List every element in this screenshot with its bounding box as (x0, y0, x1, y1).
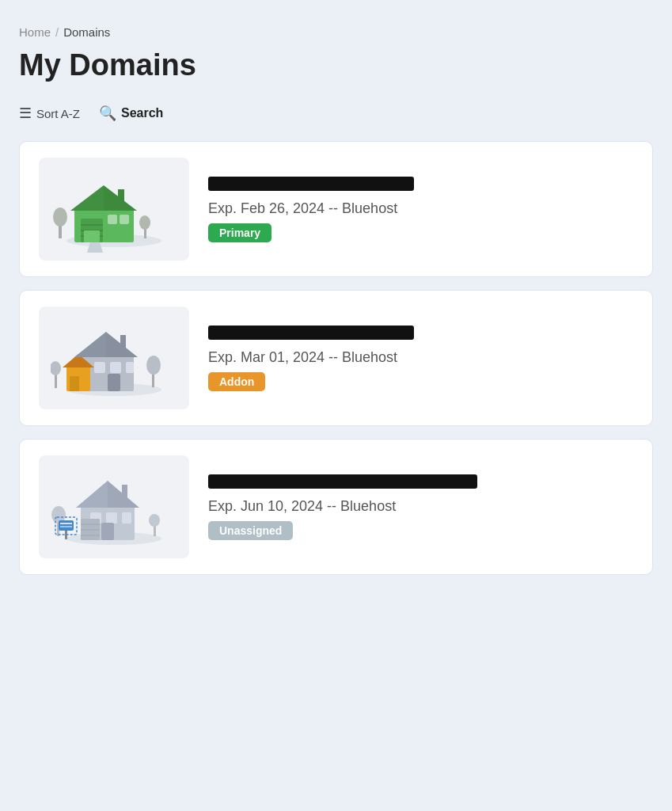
domain-expiry-3: Exp. Jun 10, 2024 -- Bluehost (208, 498, 633, 515)
domain-name-redacted-2 (208, 326, 414, 340)
svg-rect-22 (110, 362, 121, 373)
breadcrumb: Home / Domains (19, 25, 653, 39)
domain-info-3: Exp. Jun 10, 2024 -- Bluehost Unassigned (208, 474, 633, 540)
svg-point-31 (146, 356, 161, 375)
domain-info-2: Exp. Mar 01, 2024 -- Bluehost Addon (208, 326, 633, 391)
domain-name-redacted-3 (208, 474, 477, 489)
domain-thumbnail-1 (39, 158, 189, 261)
search-icon: 🔍 (99, 105, 116, 122)
badge-primary-1: Primary (208, 223, 271, 242)
domain-expiry-1: Exp. Feb 26, 2024 -- Bluehost (208, 200, 633, 217)
svg-rect-37 (122, 512, 131, 524)
svg-marker-9 (70, 185, 104, 211)
domain-list: Exp. Feb 26, 2024 -- Bluehost Primary (19, 141, 653, 575)
badge-addon-2: Addon (208, 372, 265, 391)
svg-rect-28 (55, 374, 57, 388)
domain-card-2[interactable]: Exp. Mar 01, 2024 -- Bluehost Addon (19, 290, 653, 426)
svg-rect-16 (84, 230, 100, 242)
svg-rect-10 (118, 189, 124, 204)
svg-rect-27 (120, 335, 126, 348)
domain-name-redacted-1 (208, 177, 414, 191)
svg-rect-36 (106, 512, 117, 524)
svg-rect-6 (108, 215, 117, 224)
svg-rect-21 (94, 362, 105, 373)
search-button[interactable]: 🔍 Search (99, 105, 163, 122)
domain-card-1[interactable]: Exp. Feb 26, 2024 -- Bluehost Primary (19, 141, 653, 277)
svg-point-12 (53, 208, 67, 227)
toolbar: ☰ Sort A-Z 🔍 Search (19, 105, 653, 122)
svg-marker-26 (74, 332, 106, 357)
svg-rect-32 (70, 376, 79, 391)
svg-rect-49 (154, 525, 156, 536)
svg-point-29 (51, 361, 61, 375)
domain-thumbnail-2 (39, 307, 189, 409)
breadcrumb-separator: / (55, 25, 59, 39)
domain-thumbnail-3 (39, 455, 189, 558)
svg-rect-45 (59, 520, 74, 531)
svg-rect-7 (120, 215, 129, 224)
domain-info-1: Exp. Feb 26, 2024 -- Bluehost Primary (208, 177, 633, 242)
domain-expiry-2: Exp. Mar 01, 2024 -- Bluehost (208, 349, 633, 366)
domain-card-3[interactable]: Exp. Jun 10, 2024 -- Bluehost Unassigned (19, 439, 653, 575)
breadcrumb-current: Domains (63, 25, 110, 39)
svg-point-14 (139, 215, 150, 230)
sort-button[interactable]: ☰ Sort A-Z (19, 105, 80, 122)
sort-label: Sort A-Z (36, 107, 80, 120)
breadcrumb-home[interactable]: Home (19, 25, 51, 39)
search-label: Search (121, 106, 163, 120)
svg-rect-38 (101, 523, 114, 540)
svg-rect-23 (126, 362, 134, 373)
svg-marker-40 (76, 481, 108, 508)
svg-rect-41 (122, 485, 127, 497)
svg-rect-24 (108, 374, 120, 391)
svg-point-50 (149, 514, 160, 527)
badge-unassigned-3: Unassigned (208, 521, 293, 540)
sort-icon: ☰ (19, 105, 32, 122)
page-title: My Domains (19, 48, 653, 82)
